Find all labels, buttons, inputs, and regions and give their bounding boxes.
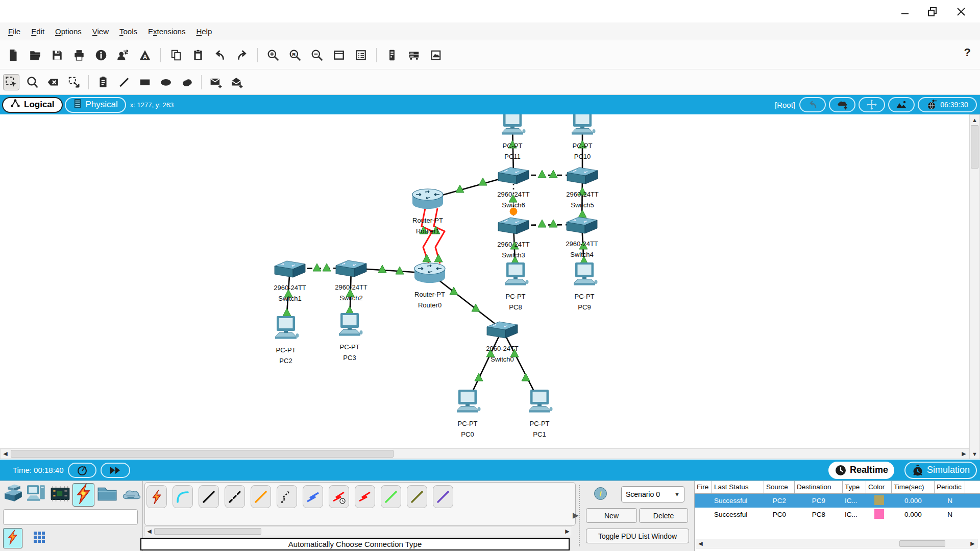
print-button[interactable] [71, 47, 87, 63]
rectangle-button[interactable] [137, 74, 153, 90]
device-switch5[interactable]: 2960-24TTSwitch5 [559, 165, 605, 210]
tab-simulation[interactable]: Simulation [904, 462, 977, 479]
new-file-button[interactable] [5, 47, 21, 63]
palette-grid-button[interactable] [30, 528, 49, 548]
device-switch2[interactable]: 2960-24TTSwitch2 [328, 258, 374, 303]
minimize-button[interactable] [898, 5, 912, 18]
inspect-button[interactable] [24, 74, 40, 90]
pdu-col-periodic[interactable]: Periodic [935, 481, 965, 493]
restore-button[interactable] [926, 5, 939, 18]
menu-help[interactable]: Help [194, 26, 213, 37]
conn-scroll-left[interactable]: ◀ [145, 528, 153, 535]
menu-options[interactable]: Options [54, 26, 83, 37]
pdu-scroll-thumb[interactable] [899, 540, 945, 547]
connection-auto-button[interactable] [146, 485, 167, 508]
pdu-row-pc0-pc8[interactable]: SuccessfulPC0PC8IC...0.000N [695, 508, 980, 521]
save-button[interactable] [49, 47, 65, 63]
connection-copper-crossover-button[interactable] [225, 485, 245, 508]
scenario-select[interactable]: Scenario 0 ▼ [621, 486, 684, 502]
connection-olive-cable-button[interactable] [407, 485, 427, 508]
hscroll-left-arrow[interactable]: ◀ [1, 449, 10, 458]
vscroll-thumb[interactable] [971, 125, 978, 169]
hscroll-right-arrow[interactable]: ▶ [960, 449, 968, 458]
connection-coaxial-button[interactable] [303, 485, 323, 508]
category-components[interactable] [49, 483, 71, 507]
note-button[interactable] [95, 74, 111, 90]
select-button[interactable] [3, 74, 19, 90]
menu-file[interactable]: File [7, 26, 22, 37]
set-background-button[interactable] [888, 97, 915, 112]
new-scenario-button[interactable]: New [586, 508, 637, 523]
device-switch1[interactable]: 2960-24TTSwitch1 [267, 259, 313, 304]
open-folder-button[interactable] [27, 47, 43, 63]
copy-button[interactable] [168, 47, 184, 63]
custom-dialog-button[interactable] [353, 47, 369, 63]
delete-button[interactable] [45, 74, 61, 90]
pdu-row-pc2-pc9[interactable]: SuccessfulPC2PC9IC...0.000N [695, 494, 980, 508]
category-miscellaneous[interactable] [96, 483, 118, 507]
toggle-pdu-list-button[interactable]: Toggle PDU List Window [586, 529, 689, 543]
pdu-col-type[interactable]: Type [843, 481, 866, 493]
canvas-hscrollbar[interactable]: ◀ ▶ [0, 448, 969, 459]
delete-scenario-button[interactable]: Delete [639, 508, 688, 523]
palette-connections-small-button[interactable] [3, 528, 22, 548]
device-pc3[interactable]: PC-PTPC3 [327, 313, 373, 363]
tab-physical[interactable]: Physical [65, 97, 126, 113]
connections-scrollbar[interactable]: ◀ ▶ [144, 526, 572, 536]
vscroll-up-arrow[interactable]: ▲ [970, 115, 979, 124]
freeform-button[interactable] [179, 74, 195, 90]
zoom-out-button[interactable] [309, 47, 325, 63]
add-complex-pdu-button[interactable] [229, 74, 245, 90]
device-pc0[interactable]: PC-PTPC0 [445, 390, 491, 440]
resize-button[interactable] [66, 74, 82, 90]
conn-scroll-right[interactable]: ▶ [564, 528, 571, 535]
zoom-in-button[interactable] [265, 47, 281, 63]
device-pc9[interactable]: PC-PTPC9 [561, 262, 607, 313]
drawing-palette-button[interactable] [331, 47, 347, 63]
zoom-reset-button[interactable]: R [287, 47, 303, 63]
add-simple-pdu-button[interactable] [208, 74, 224, 90]
connection-serial-dce-button[interactable] [329, 485, 349, 508]
pdu-col-fire[interactable]: Fire [695, 481, 712, 493]
device-pc1[interactable]: PC-PTPC1 [517, 390, 562, 440]
panel-expand-arrow[interactable]: ▶ [573, 511, 579, 520]
info-button[interactable] [93, 47, 109, 63]
scenario-info-button[interactable]: i [594, 487, 607, 500]
hscroll-thumb[interactable] [11, 450, 394, 458]
pdu-col-time-sec-[interactable]: Time(sec) [892, 481, 935, 493]
connection-purple-cable-button[interactable] [433, 485, 453, 508]
power-cycle-button[interactable] [68, 463, 96, 478]
topology-canvas[interactable]: PC-PTPC11PC-PTPC102960-24TTSwitch62960-2… [0, 114, 980, 460]
pdu-col-last-status[interactable]: Last Status [712, 481, 764, 493]
tower-button[interactable] [384, 47, 400, 63]
menu-extensions[interactable]: Extensions [146, 26, 187, 37]
pdu-list-scrollbar[interactable]: ◀ ▶ [696, 539, 977, 548]
undo-button[interactable] [212, 47, 228, 63]
device-pc11[interactable]: PC-PTPC11 [489, 114, 535, 162]
device-pc8[interactable]: PC-PTPC8 [493, 262, 538, 313]
pdu-col-color[interactable]: Color [866, 481, 892, 493]
device-pc2[interactable]: PC-PTPC2 [263, 316, 309, 366]
connection-serial-dte-button[interactable] [355, 485, 375, 508]
fast-forward-button[interactable] [101, 463, 130, 478]
menu-tools[interactable]: Tools [118, 26, 139, 37]
connection-copper-straight-button[interactable] [199, 485, 219, 508]
move-object-button[interactable] [859, 97, 885, 112]
viewport-clock[interactable]: 06:39:30 [918, 97, 977, 112]
pdu-scroll-left[interactable]: ◀ [697, 540, 704, 547]
device-router1[interactable]: Router-PTRouter1 [405, 187, 451, 236]
pdu-col-destination[interactable]: Destination [795, 481, 843, 493]
conn-scroll-thumb[interactable] [154, 528, 261, 535]
connection-phone-button[interactable] [277, 485, 297, 508]
rack-button[interactable] [406, 47, 422, 63]
ellipse-button[interactable] [158, 74, 174, 90]
redo-button[interactable] [234, 47, 250, 63]
category-connections[interactable] [72, 483, 94, 507]
line-button[interactable] [116, 74, 132, 90]
pdu-scroll-right[interactable]: ▶ [969, 540, 976, 547]
cloud-snapshot-button[interactable] [428, 47, 444, 63]
connection-green-cable-button[interactable] [381, 485, 401, 508]
category-network-devices[interactable] [2, 483, 24, 507]
device-search-input[interactable] [3, 509, 138, 525]
paste-button[interactable] [190, 47, 206, 63]
